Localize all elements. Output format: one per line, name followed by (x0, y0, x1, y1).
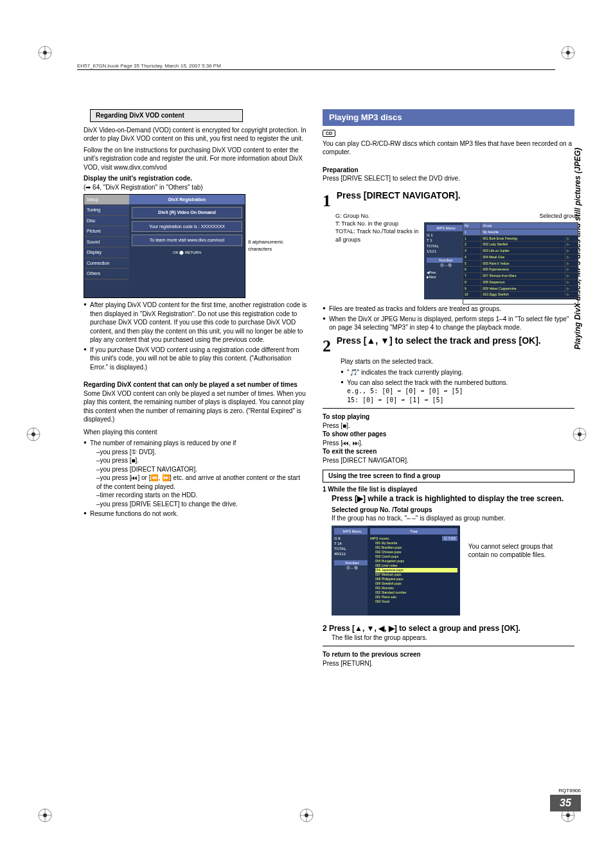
setup-main: DivX Registration DivX (R) Video On Dema… (129, 195, 245, 297)
legend-g: G: Group No. (335, 212, 419, 220)
svg-point-3 (43, 51, 47, 55)
action-heading: To stop playing (323, 412, 574, 421)
setup-tab: Sound (84, 237, 129, 247)
bullet-item: If you purchase DivX VOD content using a… (84, 346, 307, 372)
dash-item: –timer recording starts on the HDD. (90, 491, 307, 500)
rule (323, 408, 574, 409)
page: EH57_67GN.book Page 35 Thursday, March 1… (0, 0, 613, 868)
crop-mark-icon (37, 45, 53, 60)
legend-t: T: Track No. in the group (335, 220, 419, 227)
setup-learnmore: To learn more visit www.divx.com/vod (132, 235, 242, 245)
setup-regcode: Your registration code is : XXXXXXXX (132, 221, 242, 232)
action-heading: To show other pages (323, 430, 574, 439)
sub-heading: Regarding DivX content that can only be … (84, 380, 307, 389)
svg-point-15 (566, 813, 570, 817)
bullet-list: After playing DivX VOD content for the f… (84, 301, 307, 371)
section-heading: Playing MP3 discs (323, 109, 574, 126)
legend: G: Group No. T: Track No. in the group T… (335, 212, 419, 244)
setup-sidebar: Setup Tuning Disc Picture Sound Display … (84, 195, 129, 297)
mp3-menu-side: MP3 Menu G 1T 1TOTAL 1/111 Number ⓪ – ⑨ … (424, 222, 468, 299)
bullet-list: Files are treated as tracks and folders … (323, 305, 574, 332)
svg-point-7 (566, 51, 570, 55)
text: You can also select the track with the n… (347, 379, 508, 386)
action-heading: To return to the previous screen (323, 650, 574, 659)
tree-root: MP3 music (370, 536, 389, 541)
mp3-menu-screenshot: MP3 Menu G 1T 1TOTAL 1/111 Number ⓪ – ⑨ … (424, 222, 578, 299)
paragraph: The file list for the group appears. (332, 633, 574, 642)
tree-title: Tree (370, 528, 458, 535)
action-text: Press [■]. (323, 421, 574, 430)
callout-text: 8 alphanumeric characters (248, 239, 306, 253)
paragraph: DivX Video-on-Demand (VOD) content is en… (84, 126, 307, 143)
dash-item: –you press [① DVD]. (90, 448, 307, 457)
cross-ref: (➡ 64, "DivX Registration" in "Others" t… (84, 183, 307, 192)
group-name: My favorite (481, 229, 578, 235)
setup-tab: Display (84, 247, 129, 258)
ok-return-icon: OK ⬤ RETURN (129, 250, 245, 255)
action-text: Press [RETURN]. (323, 659, 574, 668)
tree-badge: G 7/25 (442, 536, 458, 541)
bullet-item: Resume functions do not work. (84, 509, 307, 518)
divx-vod-heading: Regarding DivX VOD content (90, 109, 243, 122)
rqt-code: RQT8906 (558, 788, 581, 793)
tree-step-heading: 1 While the file list is displayed (323, 485, 574, 494)
dash-item: –you press [DIRECT NAVIGATOR]. (90, 465, 307, 474)
rule (323, 646, 574, 646)
dash-item: –you press [⏮] or [⏪, ⏩] etc. and arrive… (90, 474, 307, 491)
step-number: 2 (323, 337, 331, 355)
action-text: Press [⏮, ⏭]. (323, 439, 574, 448)
tree-list: 001 My favorite 001 Brazilian pops 002 C… (370, 541, 458, 604)
right-column: Playing MP3 discs CD You can play CD-R/C… (323, 109, 574, 668)
bullet-item: Files are treated as tracks and folders … (323, 305, 574, 314)
svg-point-19 (305, 813, 308, 817)
bullet-item: You can also select the track with the n… (341, 378, 574, 405)
step-title: Press [▲, ▼] to select the track and pre… (337, 335, 541, 346)
paragraph: Follow the on line instructions for purc… (84, 146, 307, 172)
paragraph: Some DivX VOD content can only be played… (84, 389, 307, 424)
bullet-item: "🎵" indicates the track currently playin… (341, 368, 574, 377)
tree-screenshot: MP3 Menu G 8T 14TOTAL40/111 Number ⓪ – ⑨… (332, 526, 460, 616)
media-badge: CD (323, 130, 335, 137)
step-detail: Play starts on the selected track. "🎵" i… (341, 357, 574, 405)
step-number: 1 (323, 191, 331, 210)
svg-point-27 (578, 432, 582, 436)
crop-mark-icon (26, 427, 41, 442)
selected-group-label: Selected group (424, 212, 578, 220)
action-heading: To exit the screen (323, 447, 574, 456)
paragraph: When playing this content (84, 428, 307, 437)
sub-heading: Display the unit's registration code. (84, 174, 307, 183)
legend-total: TOTAL: Track No./Total tracks in all gro… (335, 227, 419, 243)
tree-step-2: 2 Press [▲, ▼, ◀, ▶] to select a group a… (323, 623, 574, 633)
dash-item: –you press [■]. (90, 456, 307, 465)
track-footer: Page 001/024 (463, 298, 578, 305)
action-text: Press [DIRECT NAVIGATOR]. (323, 456, 574, 465)
setup-screenshot: Setup Tuning Disc Picture Sound Display … (84, 194, 245, 298)
content-area: Regarding DivX VOD content DivX Video-on… (84, 109, 574, 668)
example: 15: [0] ➡ [0] ➡ [1] ➡ [5] (347, 396, 574, 405)
example: e.g., 5: [0] ➡ [0] ➡ [0] ➡ [5] (347, 387, 574, 396)
bullet-text: The number of remaining plays is reduced… (90, 439, 236, 447)
page-number: 35 (550, 795, 581, 811)
svg-point-23 (31, 432, 35, 436)
bullet-item: When the DivX or JPEG Menu is displayed,… (323, 315, 574, 332)
setup-title: DivX Registration (129, 195, 245, 204)
paragraph: Press [DRIVE SELECT] to select the DVD d… (323, 174, 574, 183)
header-rule (77, 69, 555, 70)
bullet-item: The number of remaining plays is reduced… (84, 439, 307, 508)
setup-tab: Others (84, 269, 129, 279)
setup-tab: Connection (84, 258, 129, 269)
paragraph: You can play CD-R/CD-RW discs which cont… (323, 139, 574, 157)
header-pagination-text: EH57_67GN.book Page 35 Thursday, March 1… (77, 63, 221, 69)
bullet-item: After playing DivX VOD content for the f… (84, 301, 307, 344)
dash-item: –you press [DRIVE SELECT] to change the … (90, 500, 307, 509)
mp3-track-list: No.Group 1My favorite 1001 Both Ends Fre… (463, 222, 578, 299)
text: Play starts on the selected track. (341, 357, 574, 366)
tree-step-sub: Press [▶] while a track is highlighted t… (332, 493, 574, 504)
bullet-list: "🎵" indicates the track currently playin… (341, 368, 574, 404)
tree-selected-label: Selected group No. /Total groups (332, 506, 574, 515)
tree-box-heading: Using the tree screen to find a group (323, 470, 574, 483)
setup-subtitle: DivX (R) Video On Demand (132, 207, 242, 218)
crop-mark-icon (560, 45, 576, 60)
svg-point-11 (43, 813, 47, 817)
tree-side-note: You cannot select groups that contain no… (468, 542, 558, 560)
